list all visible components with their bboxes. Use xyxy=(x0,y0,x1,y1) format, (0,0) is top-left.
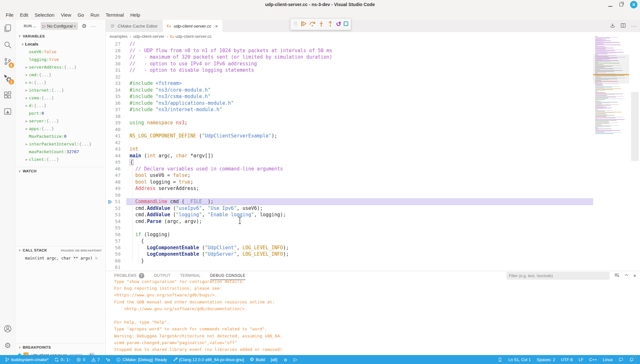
code-line-35[interactable]: 35#include "ns3/csma-module.h" xyxy=(106,93,640,100)
variable-row[interactable]: logging: true xyxy=(15,55,105,63)
code-line-38[interactable]: 38 xyxy=(106,113,640,120)
code-line-57[interactable]: 57 { xyxy=(106,238,640,244)
variable-row[interactable]: >serverAddress: {...} xyxy=(15,63,105,71)
status--all-[interactable]: [all] xyxy=(268,355,279,364)
activity-gear-icon[interactable]: ⚙ xyxy=(0,337,15,354)
panel-tab-debug-console[interactable]: DEBUG CONSOLE xyxy=(210,271,246,280)
line-number[interactable]: 47 xyxy=(106,173,121,178)
debug-continue-icon[interactable] xyxy=(300,21,307,28)
code-line-61[interactable]: 61 xyxy=(106,264,640,271)
activity-debug-icon[interactable]: 1 xyxy=(0,70,15,87)
variables-scope-row[interactable]: >Locals xyxy=(15,40,105,48)
status-sync-icon[interactable]: 0↓ 1↑ xyxy=(52,355,73,364)
code-line-31[interactable]: 31// - option to disable logging stateme… xyxy=(106,67,640,74)
variable-row[interactable]: maxPacketCount: 32767 xyxy=(15,148,105,155)
panel-tab-terminal[interactable]: TERMINAL xyxy=(180,271,201,280)
tab-udp-client-server-cc[interactable]: C+udp-client-server.cc× xyxy=(163,20,223,32)
line-number[interactable]: 30 xyxy=(106,61,121,66)
tab-cmake-cache-editor[interactable]: CMake Cache Editor xyxy=(106,20,163,32)
status-info-icon[interactable]: CMake: [Debug]: Ready xyxy=(114,355,169,364)
menu-item-edit[interactable]: Edit xyxy=(17,11,31,19)
menu-item-help[interactable]: Help xyxy=(127,11,143,19)
code-editor[interactable]: 27//28// - UDP flow from n0 to n1 of 102… xyxy=(106,41,640,271)
code-line-49[interactable]: 49 Address serverAddress; xyxy=(106,185,640,192)
line-number[interactable]: 56 xyxy=(106,232,121,237)
variable-row[interactable]: >cmd: {...} xyxy=(15,71,105,79)
status-remote-icon[interactable] xyxy=(495,355,505,364)
variable-row[interactable]: useV6: false xyxy=(15,48,105,55)
close-icon[interactable]: ✕ xyxy=(630,1,637,8)
variable-row[interactable]: >client: {...} xyxy=(15,155,105,163)
breadcrumb-item[interactable]: examples xyxy=(110,34,128,39)
line-number[interactable]: 51 xyxy=(106,199,121,204)
line-number[interactable]: 39 xyxy=(106,120,121,125)
clear-console-icon[interactable] xyxy=(614,272,619,279)
debug-stop-icon[interactable] xyxy=(344,21,348,27)
code-line-50[interactable]: 50 xyxy=(106,192,640,199)
line-number[interactable]: 58 xyxy=(106,245,121,250)
code-line-30[interactable]: 30// - option to use IPv4 or IPv6 addres… xyxy=(106,61,640,67)
code-line-60[interactable]: 60 } xyxy=(106,258,640,264)
line-number[interactable]: 59 xyxy=(106,252,121,257)
maximize-icon[interactable] xyxy=(619,3,623,6)
activity-cmake-icon[interactable] xyxy=(0,103,15,120)
status-lf[interactable]: LF xyxy=(576,355,585,364)
menu-item-file[interactable]: File xyxy=(3,11,17,19)
status-warning-icon[interactable]: 7 xyxy=(89,355,102,364)
status-utf-8[interactable]: UTF-8 xyxy=(559,355,575,364)
code-line-39[interactable]: 39using namespace ns3; xyxy=(106,120,640,126)
line-number[interactable]: 53 xyxy=(106,212,121,217)
status-feedback-icon[interactable] xyxy=(616,355,626,364)
editor-action-more-icon[interactable]: ··· xyxy=(631,23,637,29)
configure-gear-icon[interactable]: ⚙ xyxy=(82,23,87,29)
line-number[interactable]: 48 xyxy=(106,179,121,185)
line-number[interactable]: 33 xyxy=(106,81,121,86)
code-line-29[interactable]: 29// - maximum of 320 packets sent (or l… xyxy=(106,54,640,61)
code-line-33[interactable]: 33#include <fstream> xyxy=(106,80,640,87)
stack-frame-row[interactable]: main(int argc, char ** argv) u. xyxy=(15,254,105,262)
line-number[interactable]: 45 xyxy=(106,160,121,165)
line-number[interactable]: 42 xyxy=(106,140,121,145)
variable-row[interactable]: >d: {...} xyxy=(15,102,105,109)
line-number[interactable]: 43 xyxy=(106,146,121,152)
status-ln-51-col-1[interactable]: Ln 51, Col 1 xyxy=(506,355,533,364)
code-line-34[interactable]: 34#include "ns3/core-module.h" xyxy=(106,87,640,94)
code-line-59[interactable]: 59 LogComponentEnable ("UdpServer", LOG_… xyxy=(106,251,640,258)
launch-configuration-dropdown[interactable]: ▷ No Configural > xyxy=(41,22,78,30)
variable-row[interactable]: >n: {...} xyxy=(15,79,105,86)
close-panel-icon[interactable]: × xyxy=(633,273,636,279)
status-c++[interactable]: C++ xyxy=(587,355,599,364)
debug-console-output[interactable]: Type "show configuration" for configurat… xyxy=(106,280,640,355)
line-number[interactable]: 57 xyxy=(106,238,121,244)
code-line-47[interactable]: 47 bool useV6 = false; xyxy=(106,172,640,179)
activity-scm-icon[interactable]: 6 xyxy=(0,53,15,70)
activity-account-icon[interactable] xyxy=(0,320,15,337)
maximize-panel-icon[interactable] xyxy=(624,273,629,279)
menu-item-run[interactable]: Run xyxy=(87,11,103,19)
minimize-icon[interactable] xyxy=(608,6,612,7)
line-number[interactable]: 52 xyxy=(106,206,121,211)
line-number[interactable]: 29 xyxy=(106,54,121,60)
code-line-37[interactable]: 37#include "ns3/internet-module.h" xyxy=(106,106,640,113)
code-line-51[interactable]: 51 CommandLine cmd (__FILE__); xyxy=(106,198,640,205)
editor-action-split-icon[interactable] xyxy=(620,23,626,29)
variables-section-header[interactable]: > VARIABLES xyxy=(15,32,105,40)
editor-scrollbar[interactable] xyxy=(631,92,639,161)
line-number[interactable]: 36 xyxy=(106,101,121,106)
breakpoint-checkbox[interactable]: ✓ xyxy=(23,352,29,355)
menu-item-go[interactable]: Go xyxy=(74,11,87,19)
code-line-27[interactable]: 27// xyxy=(106,41,640,47)
variable-row[interactable]: >csma: {...} xyxy=(15,94,105,102)
line-number[interactable]: 50 xyxy=(106,193,121,198)
panel-tab-problems[interactable]: PROBLEMS7 xyxy=(114,271,144,280)
code-line-32[interactable]: 32 xyxy=(106,74,640,80)
variable-row[interactable]: >interPacketInterval: {...} xyxy=(15,140,105,148)
code-line-42[interactable]: 42 xyxy=(106,139,640,146)
status-debug-alt-icon[interactable] xyxy=(103,355,113,364)
variable-row[interactable]: >internet: {...} xyxy=(15,86,105,94)
close-tab-icon[interactable]: × xyxy=(215,23,218,29)
line-number[interactable]: 46 xyxy=(106,166,121,171)
debug-step-out-icon[interactable] xyxy=(327,21,333,28)
line-number[interactable]: 54 xyxy=(106,219,121,224)
debug-step-over-icon[interactable] xyxy=(309,21,316,28)
